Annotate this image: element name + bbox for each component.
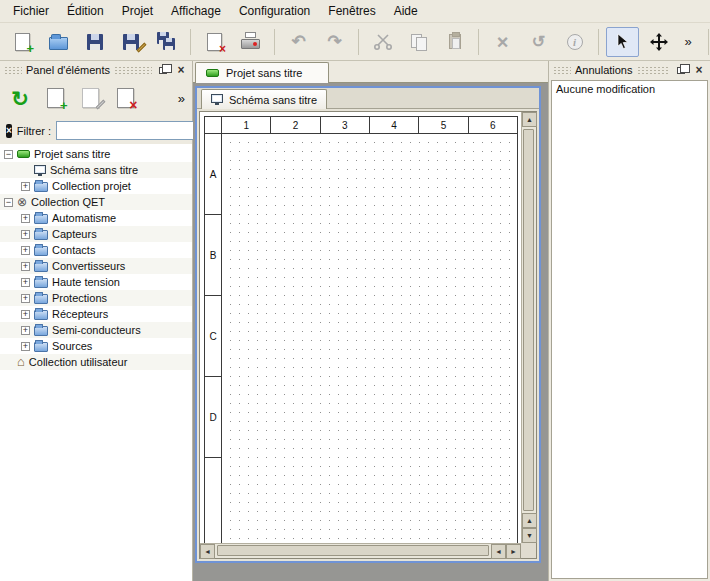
tree-item-sources[interactable]: + Sources <box>0 338 192 354</box>
save-as-button[interactable] <box>114 27 147 57</box>
undo-list-item[interactable]: Aucune modification <box>552 81 707 97</box>
tree-item-collection-projet[interactable]: + Collection projet <box>0 178 192 194</box>
float-panel-button[interactable] <box>674 64 688 77</box>
tab-schema-sans-titre[interactable]: Schéma sans titre <box>201 89 327 109</box>
delete-element-button[interactable]: × <box>110 83 140 113</box>
tree-item-capteurs[interactable]: + Capteurs <box>0 226 192 242</box>
menu-edition[interactable]: Édition <box>58 1 113 21</box>
redo-icon: ↷ <box>327 33 341 50</box>
dock-grip[interactable] <box>637 66 671 75</box>
reload-collections-button[interactable]: ↻ <box>5 83 35 113</box>
dock-grip[interactable] <box>553 66 571 75</box>
edit-element-button[interactable] <box>75 83 105 113</box>
tree-item-label: Récepteurs <box>52 308 108 320</box>
scroll-up-button[interactable]: ▲ <box>522 112 537 127</box>
vertical-scroll-track[interactable] <box>522 127 536 513</box>
menu-affichage[interactable]: Affichage <box>162 1 230 21</box>
toolbar-separator <box>708 29 709 55</box>
tree-item-label: Capteurs <box>52 228 97 240</box>
new-project-button[interactable]: + <box>6 27 39 57</box>
expand-expander-icon[interactable]: + <box>21 278 30 287</box>
expand-expander-icon[interactable]: + <box>21 262 30 271</box>
element-properties-button[interactable]: i <box>558 27 591 57</box>
horizontal-scroll-thumb[interactable] <box>217 545 489 556</box>
tree-item-schema-sans-titre[interactable]: Schéma sans titre <box>0 162 192 178</box>
scroll-left-button[interactable]: ◄ <box>491 544 506 559</box>
expand-expander-icon[interactable]: + <box>21 230 30 239</box>
menu-aide[interactable]: Aide <box>385 1 427 21</box>
menu-projet[interactable]: Projet <box>113 1 162 21</box>
undo-button[interactable]: ↶ <box>282 27 315 57</box>
tree-item-semi-conducteurs[interactable]: + Semi-conducteurs <box>0 322 192 338</box>
close-panel-button[interactable]: × <box>174 64 188 77</box>
menu-configuration[interactable]: Configuration <box>230 1 319 21</box>
redo-button[interactable]: ↷ <box>318 27 351 57</box>
tree-item-convertisseurs[interactable]: + Convertisseurs <box>0 258 192 274</box>
tree-item-protections[interactable]: + Protections <box>0 290 192 306</box>
save-button[interactable] <box>78 27 111 57</box>
tree-item-label: Collection QET <box>31 196 105 208</box>
expand-expander-icon[interactable]: + <box>21 342 30 351</box>
select-mode-button[interactable] <box>606 27 639 57</box>
scroll-up-button[interactable]: ▲ <box>522 513 537 528</box>
expand-expander-icon[interactable]: + <box>21 246 30 255</box>
expand-expander-icon[interactable]: + <box>21 294 30 303</box>
rotate-button[interactable]: ↺ <box>522 27 555 57</box>
paste-button[interactable] <box>438 27 471 57</box>
close-panel-button[interactable]: × <box>692 64 706 77</box>
print-button[interactable] <box>234 27 267 57</box>
project-subwindow: Schéma sans titre 1 2 3 4 <box>195 86 541 563</box>
horizontal-scrollbar[interactable]: ◄ ◄ ► <box>200 543 521 558</box>
close-file-button[interactable]: × <box>198 27 231 57</box>
toolbar-overflow-button[interactable]: » <box>678 27 698 57</box>
open-project-button[interactable] <box>42 27 75 57</box>
cross-badge-icon: × <box>219 43 226 55</box>
save-icon <box>87 34 103 50</box>
horizontal-scroll-track[interactable] <box>215 544 491 558</box>
tree-item-haute-tension[interactable]: + Haute tension <box>0 274 192 290</box>
copy-button[interactable] <box>402 27 435 57</box>
elements-panel-titlebar[interactable]: Panel d'éléments × <box>0 61 192 79</box>
scroll-right-button[interactable]: ► <box>506 544 521 559</box>
collapse-expander-icon[interactable]: − <box>4 150 13 159</box>
cut-button[interactable] <box>366 27 399 57</box>
tree-item-collection-qet[interactable]: − ⊗ Collection QET <box>0 194 192 210</box>
expand-expander-icon[interactable]: + <box>21 326 30 335</box>
tree-item-projet-sans-titre[interactable]: − Projet sans titre <box>0 146 192 162</box>
vertical-scroll-thumb[interactable] <box>523 129 534 511</box>
menu-fenetres[interactable]: Fenêtres <box>319 1 384 21</box>
folder-icon <box>34 182 48 192</box>
scroll-left-button[interactable]: ◄ <box>200 544 215 559</box>
expand-expander-icon[interactable]: + <box>21 214 30 223</box>
undo-panel-titlebar[interactable]: Annulations × <box>549 61 710 79</box>
tree-item-contacts[interactable]: + Contacts <box>0 242 192 258</box>
expand-expander-icon[interactable]: + <box>21 310 30 319</box>
float-panel-button[interactable] <box>156 64 170 77</box>
tree-item-collection-utilisateur[interactable]: ⌂ Collection utilisateur <box>0 354 192 370</box>
dot-grid[interactable] <box>222 134 517 543</box>
clear-filter-icon[interactable]: × <box>6 124 12 138</box>
elements-panel-dock: Panel d'éléments × ↻ + × » <box>0 61 193 581</box>
tab-projet-sans-titre[interactable]: Projet sans titre <box>195 62 329 83</box>
dock-grip[interactable] <box>4 66 22 75</box>
schema-icon <box>34 165 46 174</box>
vertical-scrollbar[interactable]: ▲ ▲ ▼ <box>521 112 536 543</box>
panel-overflow-button[interactable]: » <box>178 91 187 106</box>
tree-item-label: Projet sans titre <box>34 148 110 160</box>
tree-item-recepteurs[interactable]: + Récepteurs <box>0 306 192 322</box>
scroll-down-button[interactable]: ▼ <box>522 528 537 543</box>
new-element-button[interactable]: + <box>40 83 70 113</box>
expand-expander-icon[interactable]: + <box>21 182 30 191</box>
menu-fichier[interactable]: Fichier <box>4 1 58 21</box>
close-document-icon: × <box>207 33 222 51</box>
delete-button[interactable]: × <box>486 27 519 57</box>
undo-history-list[interactable]: Aucune modification <box>551 80 708 579</box>
filter-input[interactable] <box>56 121 206 140</box>
edit-element-icon <box>82 88 99 108</box>
dock-grip[interactable] <box>114 66 152 75</box>
schema-canvas[interactable]: 1 2 3 4 5 6 A B <box>200 112 521 543</box>
save-all-button[interactable] <box>150 27 183 57</box>
collapse-expander-icon[interactable]: − <box>4 198 13 207</box>
pan-mode-button[interactable] <box>642 27 675 57</box>
tree-item-automatisme[interactable]: + Automatisme <box>0 210 192 226</box>
